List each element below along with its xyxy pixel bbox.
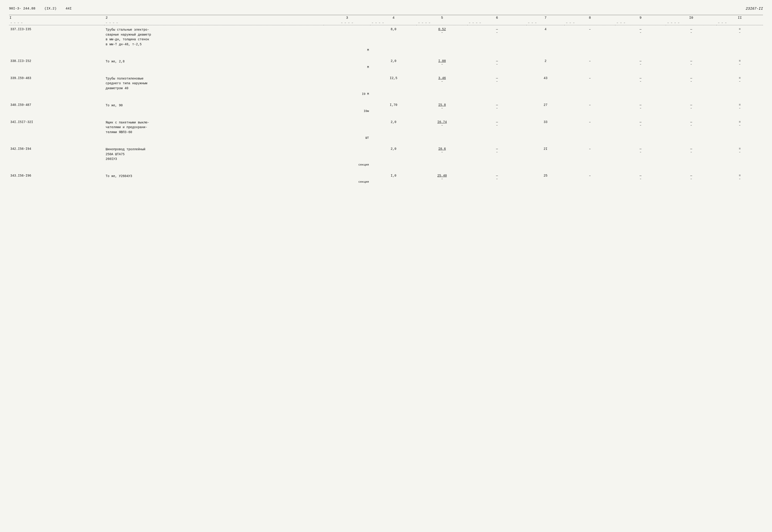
row-col4: I,70 [370,101,417,114]
col-header-1: I [9,15,104,21]
row-col5: 3,46– [417,74,467,97]
row-col8: – [565,74,615,97]
row-col8: – [565,57,615,70]
row-col11: =– [717,145,763,168]
col-header-8: 8 [565,15,615,21]
main-table: I 2 3 4 5 6 7 8 9 I0 II – – – – – – – – … [9,15,763,185]
row-col11: =– [717,172,763,185]
table-row: 339.I59-483Трубы полиэтиленовыесреднего … [9,74,763,97]
table-row: 340.I59-487То же, 90I0мI,70I5,8–—–27–—–—… [9,101,763,114]
table-row: 342.I56-I94Шинопровод троллейный250А ШТА… [9,145,763,168]
row-col5: 25,40– [417,172,467,185]
row-col4: 8,0 [370,25,417,53]
col-header-5: 5 [417,15,467,21]
row-col11: =– [717,74,763,97]
header-ref: 23I67-II [746,7,763,11]
row-col10: —– [666,101,717,114]
header-ix: (IX.2) [44,7,57,11]
row-col11: =– [717,57,763,70]
row-col6: —– [467,57,526,70]
row-id: 337.II3-I35 [9,25,104,53]
row-description: То же, 90I0м [104,101,370,114]
row-col11: =– [717,101,763,114]
row-col7: 27 [527,101,565,114]
row-col5: I6,74– [417,118,467,141]
row-col7: 33 [527,118,565,141]
row-col7: 25 [527,172,565,185]
separator-row [9,168,763,172]
row-col7: 43 [527,74,565,97]
row-col4: I2,5 [370,74,417,97]
separator-row [9,70,763,74]
column-header-row: I 2 3 4 5 6 7 8 9 I0 II [9,15,763,21]
row-col7: 4 [527,25,565,53]
header-code: 90I-3- 244.88 [9,7,35,11]
row-description: То же, У2604У3секция [104,172,370,185]
header-left: 90I-3- 244.88 (IX.2) 44I [9,7,72,11]
row-col5: I0,6– [417,145,467,168]
row-description: Трубы полиэтиленовыесреднего типа наружн… [104,74,370,97]
row-id: 343.I56-I96 [9,172,104,185]
row-description: Трубы стальные электро-сварные наружный … [104,25,370,53]
col-header-9: 9 [615,15,666,21]
row-col9: —– [615,145,666,168]
row-col4: 2,0 [370,57,417,70]
row-col5: I5,8– [417,101,467,114]
separator-row [9,97,763,101]
table-row: 34I.I5I7-32IЯщик с пакетными выклю-чател… [9,118,763,141]
col-header-2: 2 [104,15,324,21]
row-id: 34I.I5I7-32I [9,118,104,141]
row-col9: —– [615,118,666,141]
row-col11: =– [717,118,763,141]
row-col4: 2,0 [370,145,417,168]
row-col4: 2,0 [370,118,417,141]
row-description: Ящик с пакетными выклю-чателями и предох… [104,118,370,141]
row-col8: – [565,118,615,141]
separator-row [9,53,763,57]
row-col6: —– [467,118,526,141]
row-description: Шинопровод троллейный250А ШТА75260IУ3сек… [104,145,370,168]
col-header-10: I0 [666,15,717,21]
col-header-4: 4 [370,15,417,21]
row-col6: —– [467,145,526,168]
row-col5: I,08– [417,57,467,70]
row-id: 340.I59-487 [9,101,104,114]
row-col11: =– [717,25,763,53]
col-header-3: 3 [324,15,370,21]
page-header: 90I-3- 244.88 (IX.2) 44I 23I67-II [9,7,763,11]
table-row: 337.II3-I35Трубы стальные электро-сварны… [9,25,763,53]
row-col10: —– [666,145,717,168]
row-col8: – [565,101,615,114]
header-dash-row: – – – – – – – – – – – – – – – – – – – – … [9,21,763,25]
row-col9: —– [615,74,666,97]
row-id: 338.II3-I52 [9,57,104,70]
row-col6: —– [467,74,526,97]
row-col10: —– [666,74,717,97]
table-row: 338.II3-I52То же, 2,8М2,0I,08–—–2–—–—–=– [9,57,763,70]
row-col8: – [565,25,615,53]
row-col10: —– [666,118,717,141]
row-col10: —– [666,172,717,185]
row-col8: – [565,145,615,168]
row-col9: —– [615,25,666,53]
row-col6: —– [467,25,526,53]
row-col8: – [565,172,615,185]
row-col10: —– [666,57,717,70]
row-col7: 2 [527,57,565,70]
row-col4: I,0 [370,172,417,185]
separator-row [9,114,763,118]
row-col6: —– [467,101,526,114]
row-col5: 0,52– [417,25,467,53]
header-num: 44I [66,7,72,11]
table-row: 343.I56-I96То же, У2604У3секцияI,025,40–… [9,172,763,185]
row-col9: —– [615,57,666,70]
row-id: 342.I56-I94 [9,145,104,168]
row-col9: —– [615,172,666,185]
row-col10: —– [666,25,717,53]
row-description: То же, 2,8М [104,57,370,70]
row-id: 339.I59-483 [9,74,104,97]
row-col9: —– [615,101,666,114]
col-header-7: 7 [527,15,565,21]
col-header-11: II [717,15,763,21]
row-col6: —– [467,172,526,185]
